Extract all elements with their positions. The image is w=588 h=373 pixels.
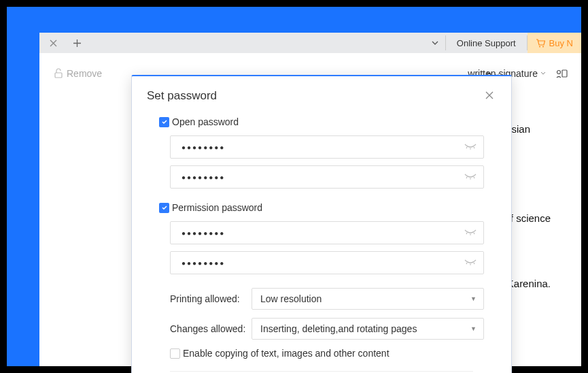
chevron-down-icon (540, 71, 546, 75)
check-icon (161, 118, 168, 125)
contacts-icon (555, 69, 568, 78)
open-password-confirm-input[interactable]: ●●●●●●●● (170, 165, 484, 189)
svg-point-3 (557, 70, 561, 74)
divider (170, 371, 473, 372)
changes-allowed-select[interactable]: Inserting, deleting,and rotating pages ▼ (252, 318, 484, 340)
add-tab-button[interactable] (67, 33, 87, 53)
open-password-input[interactable]: ●●●●●●●● (170, 135, 484, 159)
modal-header: Set password (132, 76, 511, 116)
printing-allowed-select[interactable]: Low resolution ▼ (252, 288, 484, 310)
dropdown-arrow-icon: ▼ (470, 325, 477, 332)
permission-password-input[interactable]: ●●●●●●●● (170, 221, 484, 244)
enable-copy-label: Enable copying of text, images and other… (183, 348, 390, 359)
tab-dropdown-button[interactable] (425, 33, 445, 53)
check-icon (161, 204, 168, 211)
close-icon (50, 39, 57, 47)
close-tab-button[interactable] (39, 33, 67, 53)
toggle-visibility-button[interactable] (464, 141, 477, 153)
buy-button[interactable]: Buy N (528, 33, 581, 53)
online-support-link[interactable]: Online Support (446, 33, 527, 53)
eye-closed-icon (464, 142, 477, 150)
tab-bar: Online Support Buy N (39, 33, 581, 53)
permission-password-label: Permission password (172, 202, 262, 213)
modal-close-button[interactable] (483, 87, 496, 104)
modal-title: Set password (147, 89, 217, 103)
password-mask: ●●●●●●●● (181, 229, 225, 237)
svg-rect-4 (562, 70, 567, 77)
dropdown-arrow-icon: ▼ (470, 295, 477, 302)
svg-point-1 (542, 46, 544, 47)
password-mask: ●●●●●●●● (181, 144, 225, 151)
svg-rect-2 (55, 73, 62, 78)
cart-icon (536, 39, 545, 48)
toggle-visibility-button[interactable] (464, 171, 477, 183)
enable-copy-checkbox[interactable] (170, 348, 180, 359)
eye-closed-icon (464, 258, 477, 266)
unlock-icon (53, 68, 64, 79)
open-password-label: Open password (172, 116, 239, 127)
plus-icon (73, 39, 82, 48)
enable-copy-row: Enable copying of text, images and other… (170, 348, 484, 359)
eye-closed-icon (464, 228, 477, 236)
password-mask: ●●●●●●●● (181, 174, 225, 181)
changes-value: Inserting, deleting,and rotating pages (260, 323, 417, 334)
window-frame: Online Support Buy N h Remove w (7, 7, 581, 366)
chevron-down-icon (432, 41, 438, 45)
eye-closed-icon (464, 172, 477, 180)
password-mask: ●●●●●●●● (181, 259, 225, 267)
app-window: Online Support Buy N h Remove w (39, 33, 581, 366)
permission-password-confirm-input[interactable]: ●●●●●●●● (170, 251, 484, 274)
close-icon (485, 91, 494, 99)
toggle-visibility-button[interactable] (464, 257, 477, 269)
permission-password-checkbox[interactable] (159, 203, 169, 213)
printing-label: Printing allowed: (170, 293, 252, 304)
open-password-checkbox-row: Open password (159, 116, 484, 127)
set-password-modal: Set password Open password ●●●●●●●● (131, 75, 512, 373)
remove-label: Remove (67, 68, 102, 79)
buy-label: Buy N (549, 38, 573, 48)
changes-label: Changes allowed: (170, 323, 252, 334)
svg-point-0 (539, 46, 540, 47)
permission-password-checkbox-row: Permission password (159, 202, 484, 213)
bg-text: Karenina. (507, 278, 551, 289)
open-password-checkbox[interactable] (159, 117, 169, 127)
toggle-visibility-button[interactable] (464, 227, 477, 239)
changes-allowed-row: Changes allowed: Inserting, deleting,and… (170, 318, 484, 340)
printing-value: Low resolution (260, 293, 322, 304)
modal-body: Open password ●●●●●●●● ●●●●●●●● (132, 116, 511, 372)
printing-allowed-row: Printing allowed: Low resolution ▼ (170, 288, 484, 310)
toolbar-extra-button[interactable] (555, 69, 568, 78)
remove-button[interactable]: Remove (53, 68, 102, 79)
